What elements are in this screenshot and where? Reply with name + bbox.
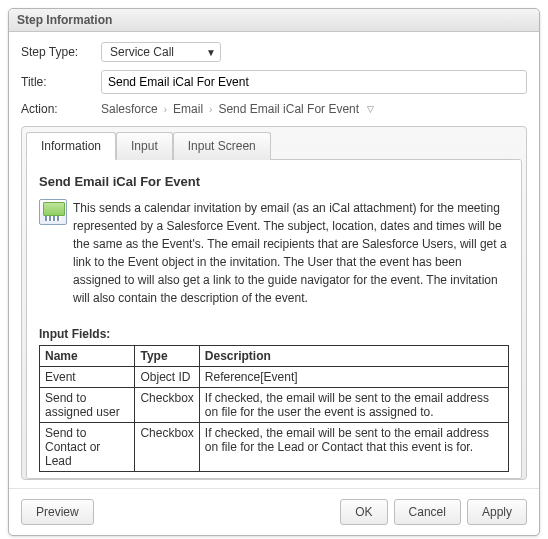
col-type: Type [135,346,199,367]
table-row: Send to Contact or Lead Checkbox If chec… [40,423,509,472]
title-input[interactable] [101,70,527,94]
table-row: Event Object ID Reference[Event] [40,367,509,388]
content-heading: Send Email iCal For Event [39,174,509,189]
table-header-row: Name Type Description [40,346,509,367]
row-title: Title: [21,70,527,94]
apply-button[interactable]: Apply [467,499,527,525]
description-text: This sends a calendar invitation by emai… [73,199,509,307]
step-type-select[interactable]: Service Call ▼ [101,42,221,62]
tabs-container: Information Input Input Screen Send Emai… [21,126,527,480]
cell-type: Checkbox [135,423,199,472]
tab-strip: Information Input Input Screen [26,131,522,159]
action-label: Action: [21,102,101,116]
description-row: This sends a calendar invitation by emai… [39,199,509,307]
tab-content-information: Send Email iCal For Event This sends a c… [26,159,522,479]
panel-body: Step Type: Service Call ▼ Title: Action:… [9,32,539,488]
ok-button[interactable]: OK [340,499,387,525]
input-fields-table: Name Type Description Event Object ID Re… [39,345,509,472]
breadcrumb-dropdown-icon[interactable]: ▽ [367,104,374,114]
cell-description: If checked, the email will be sent to th… [199,388,508,423]
cancel-button[interactable]: Cancel [394,499,461,525]
panel-title: Step Information [9,9,539,32]
col-name: Name [40,346,135,367]
tab-input-screen[interactable]: Input Screen [173,132,271,160]
table-row: Send to assigned user Checkbox If checke… [40,388,509,423]
cell-name: Send to assigned user [40,388,135,423]
row-action: Action: Salesforce › Email › Send Email … [21,102,527,116]
cell-name: Send to Contact or Lead [40,423,135,472]
step-type-value: Service Call [110,45,174,59]
footer-spacer [100,499,335,525]
title-label: Title: [21,75,101,89]
calendar-email-icon [39,199,67,225]
cell-type: Checkbox [135,388,199,423]
cell-description: Reference[Event] [199,367,508,388]
action-breadcrumb: Salesforce › Email › Send Email iCal For… [101,102,374,116]
tab-information[interactable]: Information [26,132,116,160]
breadcrumb-item-1[interactable]: Email [173,102,203,116]
row-step-type: Step Type: Service Call ▼ [21,42,527,62]
chevron-down-icon: ▼ [206,47,216,58]
cell-name: Event [40,367,135,388]
breadcrumb-item-2[interactable]: Send Email iCal For Event [218,102,359,116]
breadcrumb-sep: › [164,104,167,115]
col-description: Description [199,346,508,367]
preview-button[interactable]: Preview [21,499,94,525]
tab-input[interactable]: Input [116,132,173,160]
step-information-panel: Step Information Step Type: Service Call… [8,8,540,536]
cell-description: If checked, the email will be sent to th… [199,423,508,472]
cell-type: Object ID [135,367,199,388]
step-type-label: Step Type: [21,45,101,59]
breadcrumb-item-0[interactable]: Salesforce [101,102,158,116]
breadcrumb-sep: › [209,104,212,115]
input-fields-heading: Input Fields: [39,327,509,341]
dialog-footer: Preview OK Cancel Apply [9,488,539,535]
